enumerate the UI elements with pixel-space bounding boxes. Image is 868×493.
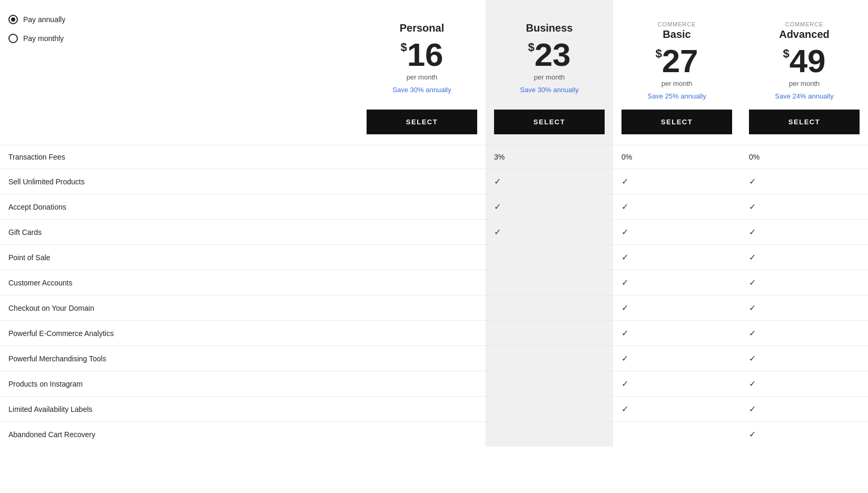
- pay-annually-radio[interactable]: [8, 15, 18, 24]
- pricing-wrapper: Pay annually Pay monthly Personal $ 16: [0, 0, 868, 493]
- pay-monthly-radio[interactable]: [8, 34, 18, 43]
- feature-name-11: Abandoned Cart Recovery: [0, 422, 358, 447]
- check-icon: ✓: [749, 228, 756, 236]
- personal-save: Save 30% annually: [375, 85, 469, 95]
- business-dollar: $: [528, 42, 534, 53]
- advanced-price: $ 49: [757, 45, 851, 77]
- check-icon: ✓: [622, 405, 628, 413]
- advanced-select-button[interactable]: SELECT: [749, 110, 860, 134]
- business-amount: 23: [535, 38, 571, 71]
- pay-monthly-option[interactable]: Pay monthly: [8, 34, 350, 43]
- feature-business-10: [486, 397, 613, 422]
- feature-basic-3: ✓: [613, 220, 741, 245]
- pricing-table: Pay annually Pay monthly Personal $ 16: [0, 0, 868, 447]
- basic-select-cell: SELECT: [613, 110, 741, 145]
- business-select-button[interactable]: SELECT: [494, 110, 605, 134]
- basic-name: Basic: [630, 28, 724, 41]
- basic-save: Save 25% annually: [630, 92, 724, 101]
- check-icon: ✓: [749, 303, 756, 312]
- select-row: SELECT SELECT SELECT SELECT: [0, 110, 868, 145]
- personal-name: Personal: [375, 22, 469, 34]
- check-icon: ✓: [494, 228, 501, 236]
- basic-category: COMMERCE: [630, 21, 724, 27]
- basic-price: $ 27: [630, 45, 724, 77]
- feature-basic-1: ✓: [613, 169, 741, 194]
- check-icon: ✓: [494, 202, 501, 211]
- personal-price: $ 16: [375, 38, 469, 71]
- business-period: per month: [502, 73, 596, 81]
- feature-advanced-6: ✓: [741, 295, 868, 321]
- feature-advanced-0: 0%: [741, 145, 868, 169]
- feature-advanced-11: ✓: [741, 422, 868, 447]
- feature-row: Products on Instagram✓✓: [0, 371, 868, 397]
- personal-select-button[interactable]: SELECT: [367, 110, 477, 134]
- business-price: $ 23: [502, 38, 596, 71]
- personal-period: per month: [375, 73, 469, 81]
- basic-select-button[interactable]: SELECT: [622, 110, 732, 134]
- feature-row: Powerful Merchandising Tools✓✓: [0, 346, 868, 371]
- feature-business-11: [486, 422, 613, 447]
- feature-personal-4: [358, 245, 486, 270]
- feature-business-5: [486, 270, 613, 295]
- check-icon: ✓: [622, 177, 628, 186]
- feature-basic-7: ✓: [613, 321, 741, 346]
- check-icon: ✓: [749, 202, 756, 211]
- advanced-amount: 49: [790, 45, 826, 77]
- select-empty: [0, 110, 358, 145]
- check-icon: ✓: [622, 379, 628, 388]
- check-icon: ✓: [749, 329, 756, 338]
- feature-name-7: Powerful E-Commerce Analytics: [0, 321, 358, 346]
- feature-name-5: Customer Accounts: [0, 270, 358, 295]
- check-icon: ✓: [622, 354, 628, 363]
- check-icon: ✓: [749, 177, 756, 186]
- check-icon: ✓: [622, 228, 628, 236]
- feature-advanced-7: ✓: [741, 321, 868, 346]
- feature-personal-1: [358, 169, 486, 194]
- personal-dollar: $: [400, 42, 407, 53]
- feature-basic-9: ✓: [613, 371, 741, 397]
- feature-business-7: [486, 321, 613, 346]
- feature-basic-4: ✓: [613, 245, 741, 270]
- advanced-save: Save 24% annually: [757, 92, 851, 101]
- basic-dollar: $: [655, 48, 662, 60]
- basic-amount: 27: [662, 45, 698, 77]
- feature-personal-5: [358, 270, 486, 295]
- feature-row: Customer Accounts✓✓: [0, 270, 868, 295]
- feature-basic-6: ✓: [613, 295, 741, 321]
- check-icon: ✓: [622, 329, 628, 338]
- feature-business-9: [486, 371, 613, 397]
- feature-business-2: ✓: [486, 194, 613, 220]
- advanced-period: per month: [757, 80, 851, 87]
- feature-row: Point of Sale✓✓: [0, 245, 868, 270]
- feature-personal-10: [358, 397, 486, 422]
- feature-advanced-10: ✓: [741, 397, 868, 422]
- business-name: Business: [502, 22, 596, 34]
- pay-annually-option[interactable]: Pay annually: [8, 15, 350, 24]
- feature-personal-2: [358, 194, 486, 220]
- feature-basic-11: [613, 422, 741, 447]
- feature-personal-11: [358, 422, 486, 447]
- check-icon: ✓: [749, 430, 756, 439]
- business-select-cell: SELECT: [486, 110, 613, 145]
- basic-header: COMMERCE Basic $ 27 per month Save 25% a…: [613, 0, 741, 110]
- feature-business-0: 3%: [486, 145, 613, 169]
- feature-advanced-3: ✓: [741, 220, 868, 245]
- feature-personal-3: [358, 220, 486, 245]
- feature-business-1: ✓: [486, 169, 613, 194]
- feature-business-3: ✓: [486, 220, 613, 245]
- feature-row: Sell Unlimited Products✓✓✓: [0, 169, 868, 194]
- feature-basic-10: ✓: [613, 397, 741, 422]
- feature-row: Limited Availability Labels✓✓: [0, 397, 868, 422]
- feature-row: Gift Cards✓✓✓: [0, 220, 868, 245]
- personal-select-cell: SELECT: [358, 110, 486, 145]
- feature-name-10: Limited Availability Labels: [0, 397, 358, 422]
- feature-basic-5: ✓: [613, 270, 741, 295]
- feature-business-8: [486, 346, 613, 371]
- pay-monthly-label: Pay monthly: [23, 34, 64, 43]
- check-icon: ✓: [622, 202, 628, 211]
- feature-personal-8: [358, 346, 486, 371]
- feature-name-3: Gift Cards: [0, 220, 358, 245]
- feature-row: Abandoned Cart Recovery✓: [0, 422, 868, 447]
- check-icon: ✓: [749, 379, 756, 388]
- feature-name-9: Products on Instagram: [0, 371, 358, 397]
